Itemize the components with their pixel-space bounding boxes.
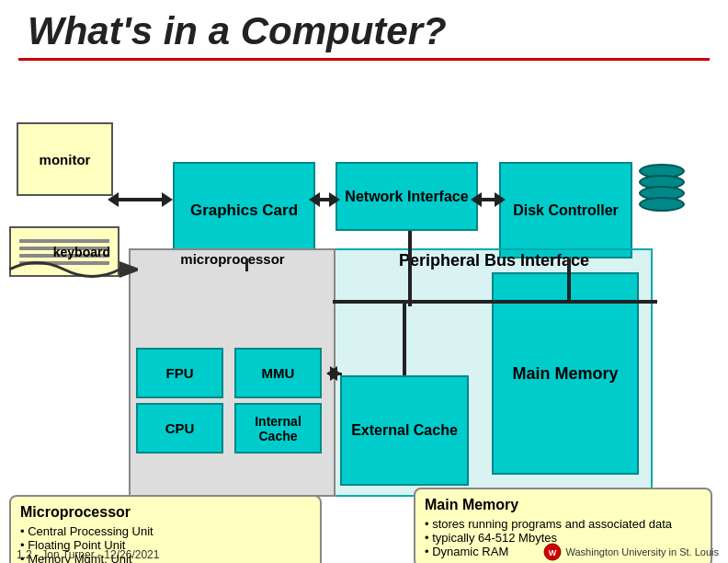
network-interface-box: Network Interface [336, 162, 478, 231]
footer-right: W Washington University in St. Louis [543, 543, 720, 561]
title-underline [18, 58, 710, 61]
monitor-box: monitor [17, 122, 113, 196]
pbus-mainmem-vline [567, 274, 571, 302]
peripheral-bus-box: Peripheral Bus Interface [336, 251, 653, 271]
callout-mem-bullet-1: • stores running programs and associated… [425, 517, 701, 531]
fpu-box: FPU [136, 348, 223, 398]
graphics-card-box: Graphics Card [173, 162, 315, 259]
graphics-peripheral-vline [245, 259, 248, 271]
external-cache-box: External Cache [340, 375, 469, 486]
university-logo-icon: W [543, 543, 562, 561]
pbus-extcache-vline [403, 304, 406, 375]
monitor-graphics-arrow [115, 198, 165, 201]
pbus-horizontal-main [334, 300, 657, 304]
graphics-network-arrow [316, 198, 333, 201]
keyboard-connector [9, 256, 138, 283]
disk-icon [639, 164, 685, 208]
svg-text:W: W [548, 548, 556, 557]
page-title: What's in a Computer? [0, 0, 728, 58]
footer-left: 1.2 - Jon Turner - 12/26/2021 [17, 548, 159, 561]
main-content: monitor keyboard Graphics Card Network I… [0, 72, 728, 563]
disk-down-vline [567, 259, 571, 275]
internal-cache-box: Internal Cache [234, 403, 322, 454]
micro-pbus-hline [331, 373, 342, 375]
network-disk-arrow [478, 198, 498, 201]
mmu-box: MMU [234, 348, 322, 398]
network-to-pbus-vline [408, 231, 412, 251]
microprocessor-label: microprocessor [131, 251, 334, 267]
callout-micro-bullet-1: • Central Processing Unit [20, 524, 311, 538]
cpu-box: CPU [136, 403, 223, 454]
